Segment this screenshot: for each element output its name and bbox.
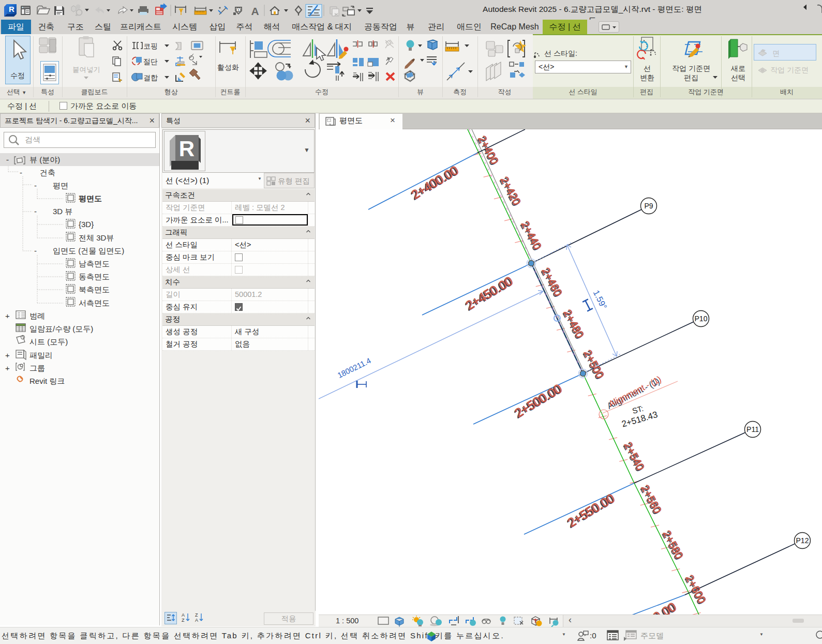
svg-text:변환: 변환 [640,73,654,82]
svg-text:활성화: 활성화 [217,63,239,71]
svg-text:R: R [179,137,195,161]
svg-text:새로: 새로 [730,64,745,72]
svg-text:2+540: 2+540 [622,440,647,472]
svg-text:P9: P9 [644,202,653,210]
svg-text:결합: 결합 [143,73,158,82]
svg-text:선 스타일:: 선 스타일: [544,49,577,57]
svg-text:A: A [182,612,185,618]
svg-text:R: R [9,5,14,13]
svg-text:작업 기준면: 작업 기준면 [770,66,809,74]
svg-text:2+550.00: 2+550.00 [565,491,617,530]
svg-text:면: 면 [772,49,780,57]
svg-text:2+560: 2+560 [639,483,664,515]
svg-text:선: 선 [644,64,651,72]
svg-text:붙여넣기: 붙여넣기 [72,66,100,73]
svg-text:작업 기준면: 작업 기준면 [672,64,710,72]
svg-text:Z: Z [195,612,198,618]
svg-text:2+500.00: 2+500.00 [513,381,564,420]
svg-text:절단: 절단 [143,57,158,66]
svg-text:1: 1 [237,8,240,12]
svg-text:A: A [195,618,198,623]
svg-text:2+440: 2+440 [519,219,544,251]
svg-text:A: A [251,5,259,17]
svg-text:수정: 수정 [10,71,25,80]
svg-text:Alignment - (1): Alignment - (1) [607,374,663,409]
svg-text:P11: P11 [746,425,759,433]
svg-text:P10: P10 [695,314,708,323]
svg-text:2+460: 2+460 [540,265,564,298]
svg-text:2+400: 2+400 [476,133,501,166]
svg-text:1.59°: 1.59° [592,289,609,311]
svg-text:코핑: 코핑 [143,42,158,50]
svg-text:P12: P12 [796,536,809,545]
svg-text:2+400.00: 2+400.00 [409,163,461,202]
svg-text:Z: Z [182,618,185,623]
svg-text:2+450.00: 2+450.00 [464,274,515,312]
svg-text:편집: 편집 [684,73,698,82]
svg-text:2+600: 2+600 [683,573,708,605]
svg-text:선택: 선택 [731,73,745,82]
